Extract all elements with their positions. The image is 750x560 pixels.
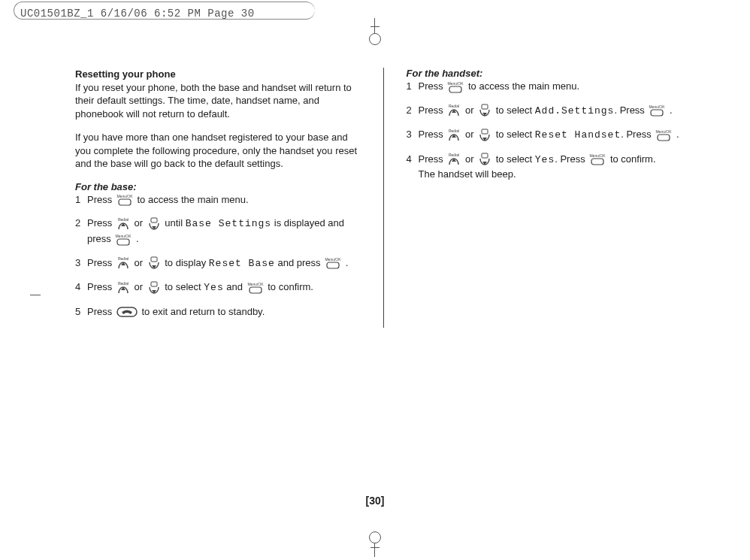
base-step-1: 1 Press to access the main menu. bbox=[75, 192, 361, 207]
down-icon bbox=[478, 128, 491, 143]
menu-ok-icon bbox=[325, 256, 341, 270]
down-icon bbox=[478, 103, 491, 118]
crop-mark-left bbox=[30, 295, 41, 295]
section-heading: Resetting your phone bbox=[75, 68, 176, 80]
menu-ok-icon bbox=[655, 129, 672, 142]
handset-step-2: 2 Press or to select Add.Settings. Press… bbox=[407, 103, 692, 119]
menu-ok-icon bbox=[115, 233, 132, 247]
menu-ok-icon bbox=[116, 193, 133, 207]
up-redial-icon bbox=[116, 256, 130, 271]
lcd-reset-handset: Reset Handset bbox=[535, 129, 621, 141]
menu-ok-icon bbox=[589, 153, 606, 166]
menu-ok-icon bbox=[247, 281, 264, 295]
page-number: [30] bbox=[0, 495, 750, 507]
print-job-header: UC01501BZ_1 6/16/06 6:52 PM Page 30 bbox=[20, 8, 255, 20]
handset-subheading: For the handset: bbox=[407, 68, 692, 79]
menu-ok-icon bbox=[649, 104, 665, 117]
end-call-icon bbox=[116, 305, 138, 319]
up-redial-icon bbox=[447, 128, 461, 143]
lcd-yes: Yes bbox=[204, 282, 223, 293]
handset-step-4: 4 Press or to select Yes. Press to confi… bbox=[407, 152, 692, 182]
up-redial-icon bbox=[116, 216, 130, 232]
base-step-5: 5 Press to exit and return to standby. bbox=[75, 304, 361, 319]
up-redial-icon bbox=[447, 152, 461, 167]
base-step-2: 2 Press or until Base Settings is displa… bbox=[75, 216, 361, 246]
base-step-4: 4 Press or to select Yes and to confirm. bbox=[75, 280, 361, 295]
right-column: For the handset: 1 Press to access the m… bbox=[384, 68, 692, 328]
up-redial-icon bbox=[447, 103, 461, 118]
lcd-reset-base: Reset Base bbox=[209, 258, 275, 269]
left-column: Resetting your phone If you reset your p… bbox=[75, 68, 384, 328]
base-subheading: For the base: bbox=[75, 181, 361, 192]
intro-paragraph-2: If you have more than one handset regist… bbox=[75, 131, 361, 171]
down-icon bbox=[147, 216, 161, 232]
menu-ok-icon bbox=[447, 80, 464, 94]
lcd-base-settings: Base Settings bbox=[186, 218, 271, 229]
crop-mark-bottom bbox=[370, 539, 380, 557]
down-icon bbox=[147, 280, 161, 295]
handset-step-3: 3 Press or to select Reset Handset. Pres… bbox=[407, 127, 692, 143]
down-icon bbox=[147, 256, 161, 271]
lcd-yes: Yes bbox=[535, 154, 555, 165]
intro-paragraph-1: If you reset your phone, both the base a… bbox=[75, 82, 352, 120]
handset-beep-note: The handset will beep. bbox=[419, 168, 516, 180]
down-icon bbox=[478, 152, 491, 167]
base-step-3: 3 Press or to display Reset Base and pre… bbox=[75, 256, 361, 271]
up-redial-icon bbox=[116, 280, 130, 295]
page-content: Resetting your phone If you reset your p… bbox=[75, 68, 691, 328]
handset-step-1: 1 Press to access the main menu. bbox=[407, 79, 692, 94]
lcd-add-settings: Add.Settings bbox=[535, 105, 615, 117]
crop-mark-top bbox=[370, 18, 380, 36]
